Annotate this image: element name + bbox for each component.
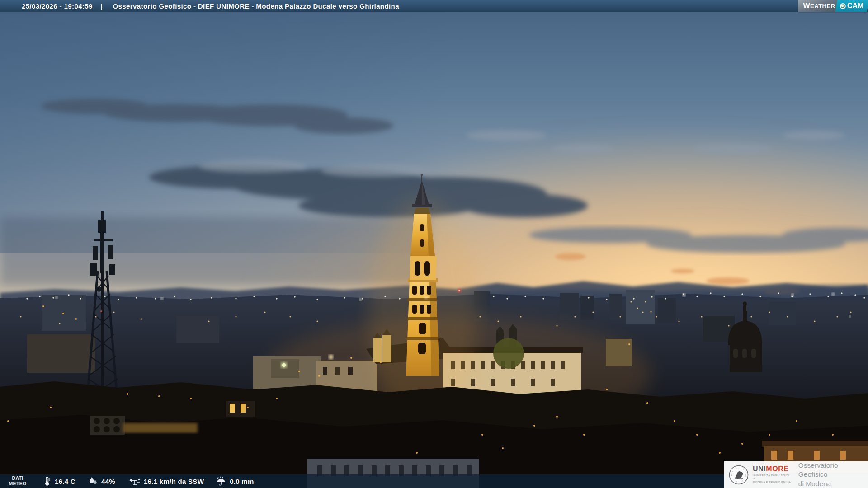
wind-vane-icon	[129, 476, 141, 486]
page-title: Osservatorio Geofisico - DIEF UNIMORE - …	[113, 2, 399, 10]
top-bar: 25/03/2026 - 19:04:59 | Osservatorio Geo…	[0, 0, 868, 12]
weathercam-watermark: WEATHER CAM	[798, 0, 868, 12]
observatory-line1: Osservatorio Geofisico	[798, 461, 868, 479]
unimore-logo: UNIMORE UNIVERSITÀ DEGLI STUDI DI MODENA…	[753, 465, 793, 484]
wind-reading: 16.1 km/h da SSW	[129, 476, 204, 486]
university-line2: MODENA E REGGIO EMILIA	[753, 481, 793, 484]
university-line1: UNIVERSITÀ DEGLI STUDI DI	[753, 474, 793, 481]
weather-w: W	[803, 2, 810, 10]
cam-wordmark: CAM	[835, 0, 868, 12]
weather-rest: EATHER	[810, 3, 835, 9]
rain-umbrella-icon	[216, 476, 226, 486]
temperature-reading: 16.4 C	[42, 476, 75, 486]
rain-reading: 0.0 mm	[216, 476, 254, 486]
separator: |	[101, 2, 103, 10]
unimore-uni: UNI	[753, 465, 766, 473]
temperature-value: 16.4 C	[55, 478, 75, 485]
wind-value: 16.1 km/h da SSW	[144, 478, 204, 485]
webcam-page: 25/03/2026 - 19:04:59 | Osservatorio Geo…	[0, 0, 868, 488]
weather-bar-label: DATI METEO	[4, 476, 32, 486]
water-drops-icon	[88, 477, 98, 486]
datetime-text: 25/03/2026 - 19:04:59	[22, 2, 93, 10]
humidity-value: 44%	[101, 478, 115, 485]
humidity-reading: 44%	[88, 477, 115, 486]
rain-value: 0.0 mm	[230, 478, 254, 485]
camera-lens-icon	[840, 3, 846, 9]
university-subtitle: UNIVERSITÀ DEGLI STUDI DI MODENA E REGGI…	[753, 474, 793, 484]
cam-text: CAM	[847, 2, 863, 10]
unimore-more: MORE	[766, 465, 788, 473]
observatory-name: Osservatorio Geofisico di Modena	[798, 461, 868, 488]
thermometer-icon	[42, 476, 52, 486]
label-meteo: METEO	[4, 481, 32, 487]
unimore-wordmark: UNIMORE	[753, 465, 793, 473]
webcam-photo	[0, 0, 868, 488]
weather-wordmark: WEATHER	[798, 0, 838, 12]
unimore-seal-icon	[729, 465, 749, 485]
unimore-brand-box: UNIMORE UNIVERSITÀ DEGLI STUDI DI MODENA…	[724, 461, 868, 488]
observatory-line2: di Modena	[798, 479, 868, 488]
